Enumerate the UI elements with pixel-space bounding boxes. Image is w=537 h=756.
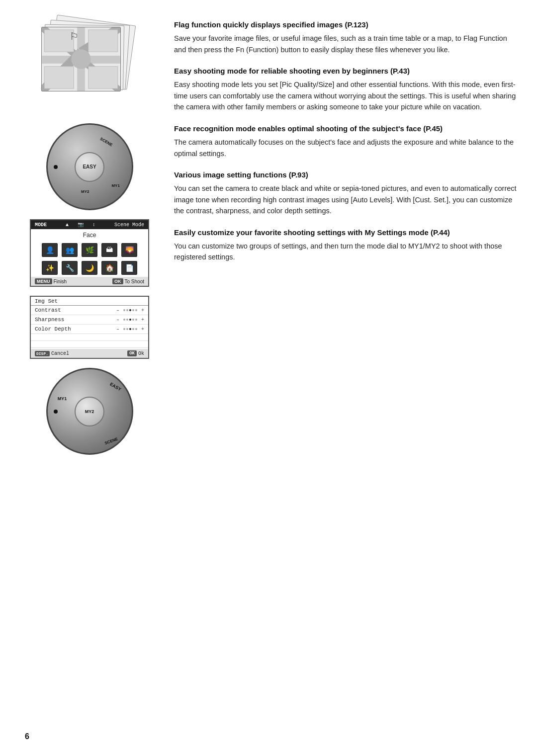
section-flag-heading: Flag function quickly displays specified…: [174, 20, 517, 30]
right-column: Flag function quickly displays specified…: [174, 20, 517, 455]
dial-my2-label: MY2: [81, 189, 89, 194]
dial-scene-label: SCENE: [99, 137, 113, 148]
ok-btn-label2: Ok: [138, 351, 144, 356]
dot1: [123, 328, 125, 330]
face-icon-5: 🌄: [121, 243, 137, 257]
screen-face-title: Face: [31, 229, 148, 241]
my-settings-dial-body: MY2 EASY MY1 SCENE: [46, 368, 133, 455]
menu-btn-box: MENU: [35, 278, 52, 284]
img-set-row-sharpness: Sharpness – +: [31, 315, 148, 325]
disp-btn-label: Cancel: [51, 351, 69, 356]
section-image-setting: Various image setting functions (P.93) Y…: [174, 170, 517, 217]
dot3: [129, 328, 131, 330]
sharpness-label: Sharpness: [35, 317, 64, 323]
dial-indicator-dot: [54, 165, 58, 169]
ms-easy-label: EASY: [109, 382, 122, 392]
dot5: [135, 328, 137, 330]
stack-card-front: ⚐: [41, 27, 121, 91]
mode-dial-body: EASY SCENE MY1 MY2: [46, 123, 133, 210]
face-recognition-screen: MODE ▲ 📷 ↕ Scene Mode Face 👤 👥 🌿 🏔 🌄 ✨ 🔧…: [30, 219, 149, 287]
section-my-settings-heading: Easily customize your favorite shooting …: [174, 228, 517, 238]
section-my-settings: Easily customize your favorite shooting …: [174, 228, 517, 263]
dial-center-label: EASY: [75, 152, 104, 182]
screen-icons-row-1: 👤 👥 🌿 🏔 🌄: [31, 241, 148, 259]
section-easy-shooting: Easy shooting mode for reliable shooting…: [174, 66, 517, 113]
contrast-slider: – +: [116, 308, 144, 313]
svg-rect-11: [89, 30, 118, 52]
dot4: [132, 319, 134, 321]
my-settings-dial: MY2 EASY MY1 SCENE: [46, 368, 133, 455]
img-set-screen: Img Set Contrast – + Sharpness –: [30, 296, 149, 359]
ms-my1-label: MY1: [58, 396, 67, 401]
ok-btn-box2: OK: [127, 350, 137, 356]
img-set-row-contrast: Contrast – +: [31, 306, 148, 315]
img-set-footer-right: OK Ok: [127, 350, 144, 356]
page-container: ⚐ EASY SCENE MY1 MY2 MODE ▲ 📷 ↕ Scene Mo…: [0, 0, 537, 485]
dot3: [129, 319, 131, 321]
screen-header-scene-mode: Scene Mode: [114, 222, 144, 228]
img-set-row-empty-2: [31, 341, 148, 348]
screen-header-camera-icon: ▲ 📷 ↕: [66, 222, 95, 228]
flag-icon: ⚐: [70, 30, 79, 42]
menu-btn-label: Finish: [54, 279, 67, 284]
my-settings-dot: [54, 410, 58, 414]
img-set-header: Img Set: [31, 297, 148, 306]
stacked-images-illustration: ⚐: [37, 20, 142, 107]
screen-icons-row-2: ✨ 🔧 🌙 🏠 📄: [31, 259, 148, 277]
dot1: [123, 309, 125, 311]
dial-my1-label: MY1: [111, 183, 119, 188]
img-set-footer-left: DISP. Cancel: [35, 350, 69, 356]
face-icon-9: 🏠: [101, 261, 117, 275]
contrast-label: Contrast: [35, 307, 61, 313]
dot5: [135, 319, 137, 321]
svg-rect-12: [44, 67, 74, 88]
img-set-row-color-depth: Color Depth – +: [31, 325, 148, 334]
left-column: ⚐ EASY SCENE MY1 MY2 MODE ▲ 📷 ↕ Scene Mo…: [20, 20, 159, 455]
screen-header-mode-text: MODE: [35, 222, 47, 228]
disp-btn-box: DISP.: [35, 351, 50, 356]
page-number: 6: [25, 732, 29, 741]
map-svg: [42, 27, 120, 91]
svg-rect-13: [89, 67, 118, 88]
section-my-settings-body: You can customize two groups of settings…: [174, 241, 517, 263]
dot2: [126, 319, 128, 321]
section-img-heading: Various image setting functions (P.93): [174, 170, 517, 180]
face-icon-2: 👥: [62, 243, 78, 257]
face-icon-6: ✨: [42, 261, 58, 275]
my-settings-center-label: MY2: [75, 397, 104, 426]
ok-btn-label: To Shoot: [125, 279, 144, 284]
dot2: [126, 309, 128, 311]
color-depth-label: Color Depth: [35, 326, 71, 332]
screen-footer-right: OK To Shoot: [112, 278, 144, 284]
easy-mode-dial: EASY SCENE MY1 MY2: [46, 123, 133, 210]
screen-footer-left: MENU Finish: [35, 278, 67, 284]
screen-header: MODE ▲ 📷 ↕ Scene Mode: [31, 220, 148, 229]
dot4: [132, 328, 134, 330]
dot1: [123, 319, 125, 321]
img-set-footer: DISP. Cancel OK Ok: [31, 349, 148, 358]
section-face-heading: Face recognition mode enables optimal sh…: [174, 124, 517, 134]
section-easy-body: Easy shooting mode lets you set [Pic Qua…: [174, 79, 517, 112]
face-icon-10: 📄: [121, 261, 137, 275]
ms-scene-label: SCENE: [104, 436, 118, 445]
dot4: [132, 309, 134, 311]
section-face-recognition: Face recognition mode enables optimal sh…: [174, 124, 517, 159]
dot5: [135, 309, 137, 311]
section-face-body: The camera automatically focuses on the …: [174, 137, 517, 159]
section-flag-function: Flag function quickly displays specified…: [174, 20, 517, 55]
face-icon-3: 🌿: [82, 243, 97, 257]
face-icon-7: 🔧: [62, 261, 78, 275]
dot3: [129, 309, 131, 311]
screen-footer: MENU Finish OK To Shoot: [31, 277, 148, 286]
img-set-row-empty-1: [31, 334, 148, 341]
section-flag-body: Save your favorite image files, or usefu…: [174, 33, 517, 55]
svg-point-9: [71, 49, 90, 69]
section-easy-heading: Easy shooting mode for reliable shooting…: [174, 66, 517, 76]
face-icon-4: 🏔: [101, 243, 117, 257]
face-icon-8: 🌙: [82, 261, 97, 275]
sharpness-slider: – +: [116, 317, 144, 323]
dot2: [126, 328, 128, 330]
color-depth-slider: – +: [116, 327, 144, 332]
ok-btn-box: OK: [112, 278, 123, 284]
section-img-body: You can set the camera to create black a…: [174, 183, 517, 216]
